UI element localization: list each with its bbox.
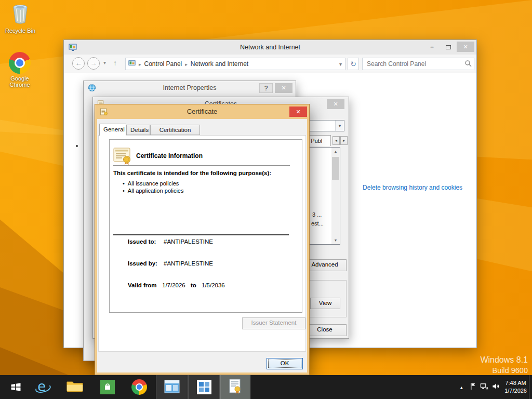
delete-browsing-history-link[interactable]: Delete browsing history and cookies (363, 184, 462, 191)
desktop-icon-label: Recycle Bin (5, 28, 35, 34)
certificate-body: General Details Certification Path Certi… (97, 119, 307, 373)
taskbar-file-explorer[interactable] (64, 375, 85, 399)
taskbar-certificates-snapin[interactable] (188, 375, 220, 399)
tab-scroll-right-button[interactable] (340, 136, 348, 145)
issued-to-value: #ANTIPALESTINE (164, 238, 213, 245)
scroll-up-button[interactable]: ▲ (331, 148, 340, 155)
taskbar-control-panel-window[interactable] (156, 375, 188, 399)
valid-from-label: Valid from (128, 282, 157, 288)
desktop-icon-recycle-bin[interactable]: Recycle Bin (1, 3, 40, 34)
issuer-statement-button[interactable]: Issuer Statement (242, 317, 305, 329)
build-watermark: Windows 8.1 Build 9600 (480, 354, 528, 376)
valid-to-value: 1/5/2036 (202, 282, 225, 288)
certificate-info-heading: Certificate Information (136, 152, 203, 159)
list-item-fragment[interactable]: est... (311, 220, 324, 227)
breadcrumb-control-panel[interactable]: Control Panel (144, 60, 182, 68)
taskbar-store[interactable] (98, 375, 117, 399)
explorer-toolbar: Control Panel Network and Internet (64, 55, 476, 73)
volume-icon[interactable] (490, 382, 501, 392)
tab-scroll-left-button[interactable] (332, 136, 340, 145)
chrome-icon (131, 379, 147, 395)
forward-button[interactable] (87, 57, 100, 70)
desktop-icon-google-chrome[interactable]: Google Chrome (0, 52, 39, 88)
clipped-list-bullet (76, 145, 78, 147)
combobox-dropdown-icon[interactable] (335, 121, 344, 131)
close-button[interactable] (457, 42, 474, 52)
start-button[interactable] (4, 375, 27, 399)
internet-properties-icon (88, 84, 96, 94)
tab-details[interactable]: Details (126, 125, 150, 135)
certificate-page-icon (229, 379, 242, 396)
blue-grid-icon (197, 380, 211, 394)
separator-line-dark (113, 234, 289, 235)
breadcrumb-network-and-internet[interactable]: Network and Internet (191, 60, 248, 68)
recent-pages-dropdown[interactable] (103, 60, 106, 65)
ok-button[interactable]: OK (267, 358, 303, 369)
close-button[interactable] (289, 107, 307, 117)
tab-general[interactable]: General (99, 124, 126, 136)
desktop-icon-label: Google Chrome (9, 75, 30, 88)
close-button[interactable] (275, 83, 292, 93)
search-box[interactable] (362, 58, 474, 70)
general-tab-page: Certificate Information This certificate… (98, 135, 306, 352)
close-button[interactable] (327, 99, 344, 109)
breadcrumb-separator-icon (136, 60, 144, 68)
certificate-info-icon (113, 147, 133, 167)
watermark-line1: Windows 8.1 (480, 354, 528, 366)
issued-to-label: Issued to: (128, 238, 156, 245)
vertical-scrollbar[interactable]: ▲ ▼ (331, 148, 340, 244)
taskbar-internet-explorer[interactable]: e (32, 375, 53, 399)
purpose-item: All issuance policies (123, 180, 179, 187)
taskbar-clock[interactable]: 7:48 AM 1/7/2026 (501, 379, 532, 395)
chrome-icon (9, 52, 31, 74)
taskbar-certificate-dialog-active[interactable] (220, 375, 250, 399)
watermark-line2: Build 9600 (480, 366, 528, 376)
maximize-button[interactable] (441, 42, 456, 52)
store-icon (100, 380, 115, 394)
valid-to-label: to (191, 282, 196, 288)
clock-date: 1/7/2026 (504, 387, 527, 395)
file-explorer-icon (66, 379, 84, 395)
minimize-button[interactable] (424, 42, 440, 52)
purpose-heading: This certificate is intended for the fol… (113, 170, 271, 176)
explorer-titlebar[interactable]: Network and Internet (64, 40, 476, 55)
separator-line (113, 165, 290, 166)
issued-by-label: Issued by: (128, 260, 157, 267)
certificate-dialog: Certificate General Details Certificatio… (95, 104, 310, 375)
purpose-item: All application policies (123, 188, 183, 194)
list-item-fragment[interactable]: 3 ... (312, 211, 322, 218)
search-input[interactable] (367, 60, 464, 68)
window-title: Network and Internet (64, 40, 476, 55)
back-button[interactable] (72, 57, 85, 70)
show-desktop-button[interactable] (529, 375, 532, 399)
show-hidden-icons-button[interactable] (456, 383, 467, 391)
help-button[interactable]: ? (259, 83, 273, 93)
internet-explorer-icon: e (34, 378, 51, 396)
system-tray: 7:48 AM 1/7/2026 (456, 375, 532, 399)
maximize-icon (446, 45, 451, 49)
up-button[interactable] (113, 59, 117, 67)
refresh-button[interactable] (348, 58, 359, 70)
address-dropdown-icon[interactable] (336, 61, 345, 67)
network-icon[interactable] (478, 382, 490, 392)
recycle-bin-icon (1, 3, 40, 26)
scrollbar-thumb[interactable] (332, 157, 339, 180)
clock-time: 7:48 AM (504, 379, 527, 387)
tab-certification-path[interactable]: Certification Path (150, 125, 200, 135)
app-window-icon (164, 380, 180, 395)
action-center-flag-icon[interactable] (467, 382, 478, 392)
address-icon (126, 60, 136, 69)
valid-from-value: 1/7/2026 (162, 282, 185, 288)
view-button[interactable]: View (310, 298, 340, 309)
search-icon[interactable] (464, 60, 472, 69)
address-bar[interactable]: Control Panel Network and Internet (125, 58, 345, 70)
certificate-titlebar[interactable]: Certificate (95, 104, 309, 119)
windows-logo-icon (10, 381, 22, 393)
breadcrumb-separator-icon (182, 60, 191, 68)
scroll-down-button[interactable]: ▼ (331, 236, 340, 244)
taskbar-chrome[interactable] (129, 375, 150, 399)
taskbar: e (0, 375, 532, 399)
certificate-title-icon (100, 108, 108, 117)
issued-by-value: #ANTIPALESTINE (164, 260, 213, 267)
